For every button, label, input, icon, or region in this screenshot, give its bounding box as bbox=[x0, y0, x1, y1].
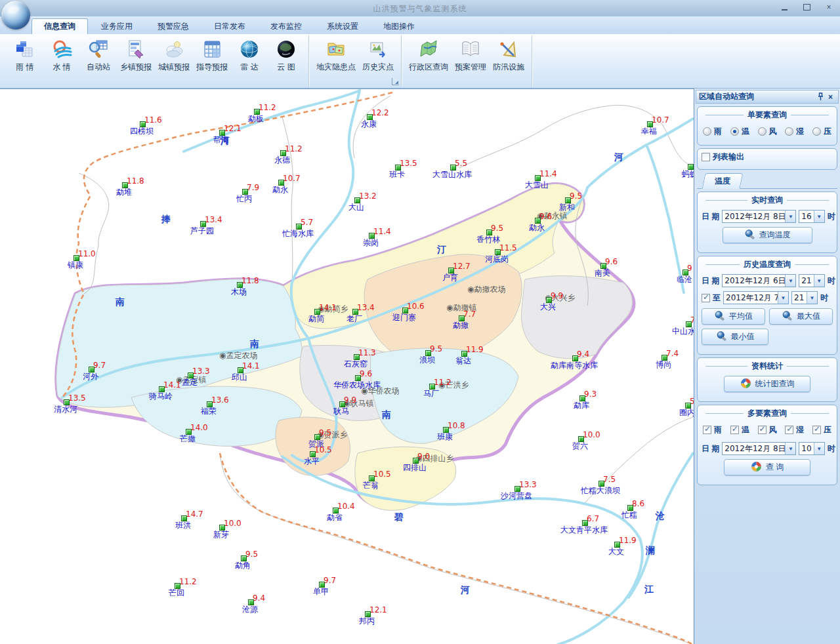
toolbar-button-历史灾点[interactable]: 历史灾点 bbox=[359, 37, 397, 74]
station-marker[interactable] bbox=[565, 197, 571, 203]
toolbar-button-行政区查询[interactable]: 行政区查询 bbox=[406, 37, 452, 74]
panel-close-icon[interactable]: × bbox=[826, 92, 835, 102]
station-marker[interactable] bbox=[89, 367, 94, 372]
station-marker[interactable] bbox=[365, 611, 371, 617]
station-marker[interactable] bbox=[314, 434, 320, 440]
station-marker[interactable] bbox=[535, 218, 541, 224]
station-marker[interactable] bbox=[354, 354, 360, 360]
average-value-button[interactable]: 平均值 bbox=[702, 308, 765, 325]
multi-date-select[interactable]: 2012年12月 8日▼ bbox=[722, 442, 796, 455]
station-marker[interactable] bbox=[686, 321, 692, 327]
toolbar-button-雨 情[interactable]: 雨 情 bbox=[7, 37, 43, 74]
station-marker[interactable] bbox=[140, 121, 146, 127]
station-marker[interactable] bbox=[248, 599, 254, 605]
station-marker[interactable] bbox=[367, 114, 373, 120]
checkbox-风[interactable]: 风 bbox=[758, 424, 777, 435]
station-marker[interactable] bbox=[688, 164, 694, 170]
radio-湿[interactable]: 湿 bbox=[785, 126, 804, 137]
station-marker[interactable] bbox=[685, 403, 691, 409]
station-marker[interactable] bbox=[572, 355, 578, 361]
station-marker[interactable] bbox=[546, 297, 552, 303]
station-marker[interactable] bbox=[219, 130, 225, 136]
ribbon-tab-业务应用[interactable]: 业务应用 bbox=[89, 19, 144, 34]
list-output-checkbox[interactable] bbox=[702, 153, 710, 161]
station-marker[interactable] bbox=[254, 109, 260, 115]
radio-压[interactable]: 压 bbox=[812, 126, 831, 137]
maximize-button[interactable] bbox=[801, 3, 812, 12]
checkbox-湿[interactable]: 湿 bbox=[785, 424, 804, 435]
station-marker[interactable] bbox=[448, 268, 454, 273]
query-temperature-button[interactable]: 查询温度 bbox=[723, 227, 812, 243]
station-marker[interactable] bbox=[314, 309, 320, 315]
station-marker[interactable] bbox=[443, 427, 449, 433]
history-start-date-select[interactable]: 2012年12月 6日▼ bbox=[722, 274, 796, 287]
radio-风[interactable]: 风 bbox=[758, 126, 777, 137]
station-marker[interactable] bbox=[369, 475, 375, 481]
history-start-hour-select[interactable]: 21▼ bbox=[799, 274, 824, 287]
realtime-hour-select[interactable]: 16▼ bbox=[799, 210, 824, 223]
station-marker[interactable] bbox=[319, 582, 325, 588]
station-marker[interactable] bbox=[354, 197, 360, 203]
station-marker[interactable] bbox=[238, 367, 243, 373]
station-marker[interactable] bbox=[514, 486, 520, 492]
station-marker[interactable] bbox=[600, 263, 606, 269]
station-marker[interactable] bbox=[241, 555, 247, 561]
station-marker[interactable] bbox=[310, 451, 316, 457]
station-marker[interactable] bbox=[159, 386, 165, 392]
tab-temperature[interactable]: 温度 bbox=[702, 173, 743, 189]
radio-温[interactable]: 温 bbox=[730, 126, 749, 137]
station-marker[interactable] bbox=[219, 525, 225, 531]
toolbar-button-云 图[interactable]: 云 图 bbox=[268, 37, 304, 74]
toolbar-button-防汛设施[interactable]: 防汛设施 bbox=[490, 37, 528, 74]
station-marker[interactable] bbox=[627, 505, 633, 511]
station-marker[interactable] bbox=[64, 399, 70, 405]
toolbar-button-雷 达[interactable]: 雷 达 bbox=[231, 37, 268, 74]
station-marker[interactable] bbox=[450, 165, 456, 171]
station-marker[interactable] bbox=[352, 309, 358, 315]
checkbox-雨[interactable]: 雨 bbox=[703, 424, 722, 435]
map-canvas[interactable]: ◉勐永镇◉勐撒农场◉勐撒镇◉大兴乡◉勐简乡◉孟定农场◉孟定镇◉华侨农场◉耿马镇◉… bbox=[0, 89, 694, 644]
max-value-button[interactable]: 最大值 bbox=[769, 308, 833, 325]
station-marker[interactable] bbox=[296, 224, 302, 230]
station-marker[interactable] bbox=[395, 165, 401, 171]
station-marker[interactable] bbox=[578, 436, 584, 442]
station-marker[interactable] bbox=[181, 515, 187, 521]
station-marker[interactable] bbox=[122, 182, 128, 188]
close-button[interactable]: × bbox=[823, 3, 835, 12]
station-marker[interactable] bbox=[579, 395, 585, 401]
station-marker[interactable] bbox=[339, 401, 345, 407]
minimize-button[interactable] bbox=[778, 3, 790, 12]
toolbar-button-水 情[interactable]: 水 情 bbox=[43, 37, 80, 74]
radio-雨[interactable]: 雨 bbox=[703, 126, 722, 137]
group-expand-icon[interactable] bbox=[392, 78, 399, 85]
station-marker[interactable] bbox=[278, 180, 284, 186]
station-marker[interactable] bbox=[662, 355, 667, 361]
station-marker[interactable] bbox=[459, 315, 465, 321]
station-marker[interactable] bbox=[614, 542, 620, 548]
statistics-chart-button[interactable]: 统计图查询 bbox=[724, 376, 810, 392]
station-marker[interactable] bbox=[186, 429, 192, 435]
ribbon-tab-日常发布[interactable]: 日常发布 bbox=[202, 19, 257, 34]
station-marker[interactable] bbox=[355, 375, 361, 381]
pin-icon[interactable] bbox=[816, 92, 826, 102]
ribbon-tab-系统设置[interactable]: 系统设置 bbox=[315, 19, 370, 34]
checkbox-温[interactable]: 温 bbox=[730, 424, 749, 435]
station-marker[interactable] bbox=[188, 372, 194, 378]
min-value-button[interactable]: 最小值 bbox=[702, 329, 768, 345]
station-marker[interactable] bbox=[200, 221, 206, 227]
history-end-date-select[interactable]: 2012年12月 7日▼ bbox=[723, 291, 789, 304]
checkbox-压[interactable]: 压 bbox=[812, 424, 831, 435]
station-marker[interactable] bbox=[647, 121, 653, 127]
station-marker[interactable] bbox=[682, 270, 688, 275]
realtime-date-select[interactable]: 2012年12月 8日▼ bbox=[722, 210, 796, 223]
station-marker[interactable] bbox=[402, 308, 408, 313]
ribbon-tab-地图操作[interactable]: 地图操作 bbox=[371, 19, 427, 34]
toolbar-button-预案管理[interactable]: 预案管理 bbox=[452, 37, 490, 74]
station-marker[interactable] bbox=[207, 401, 213, 407]
station-marker[interactable] bbox=[280, 150, 286, 156]
station-marker[interactable] bbox=[369, 233, 375, 239]
ribbon-tab-信息查询[interactable]: 信息查询 bbox=[32, 18, 88, 34]
station-marker[interactable] bbox=[582, 520, 588, 526]
multi-hour-select[interactable]: 10▼ bbox=[799, 442, 824, 455]
multi-query-button[interactable]: 查 询 bbox=[724, 459, 810, 475]
